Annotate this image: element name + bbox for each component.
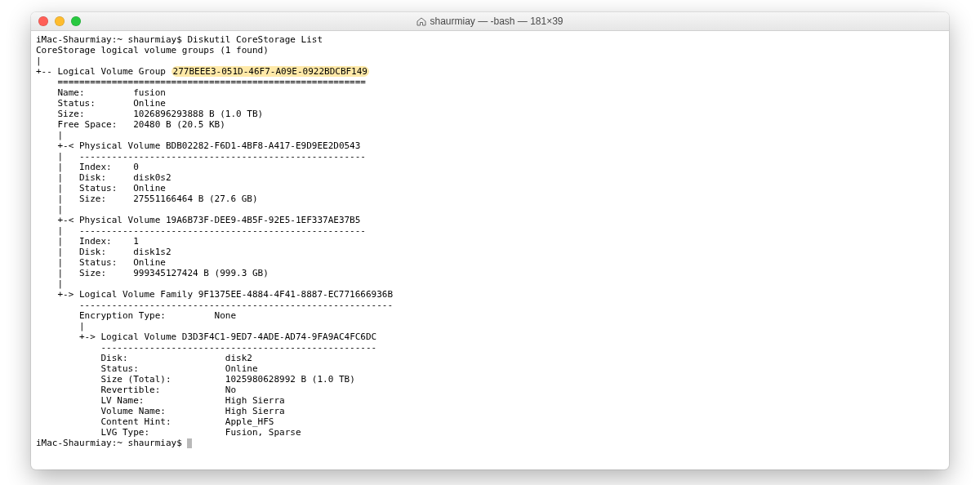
minimize-icon[interactable] — [55, 16, 65, 26]
lvg-label: Logical Volume Group — [58, 66, 166, 77]
prompt-line: iMac-Shaurmiay:~ shaurmiay$ Diskutil Cor… — [36, 34, 323, 45]
close-icon[interactable] — [38, 16, 48, 26]
window-controls — [31, 16, 81, 26]
lvg-sep: ========================================… — [58, 77, 367, 87]
lvg-uuid-highlight: 277BEEE3-051D-46F7-A09E-0922BDCBF149 — [172, 66, 369, 77]
header-line: CoreStorage logical volume groups (1 fou… — [36, 45, 269, 56]
window-title-text: shaurmiay — -bash — 181×39 — [430, 16, 563, 27]
terminal-body[interactable]: iMac-Shaurmiay:~ shaurmiay$ Diskutil Cor… — [31, 31, 949, 469]
cursor-icon — [187, 438, 192, 448]
zoom-icon[interactable] — [71, 16, 81, 26]
home-icon — [416, 17, 426, 26]
titlebar[interactable]: shaurmiay — -bash — 181×39 — [31, 12, 949, 31]
window-title: shaurmiay — -bash — 181×39 — [31, 16, 949, 27]
terminal-window: shaurmiay — -bash — 181×39 iMac-Shaurmia… — [31, 12, 949, 469]
prompt-line-2: iMac-Shaurmiay:~ shaurmiay$ — [36, 438, 187, 448]
command-text: Diskutil CoreStorage List — [187, 34, 323, 45]
